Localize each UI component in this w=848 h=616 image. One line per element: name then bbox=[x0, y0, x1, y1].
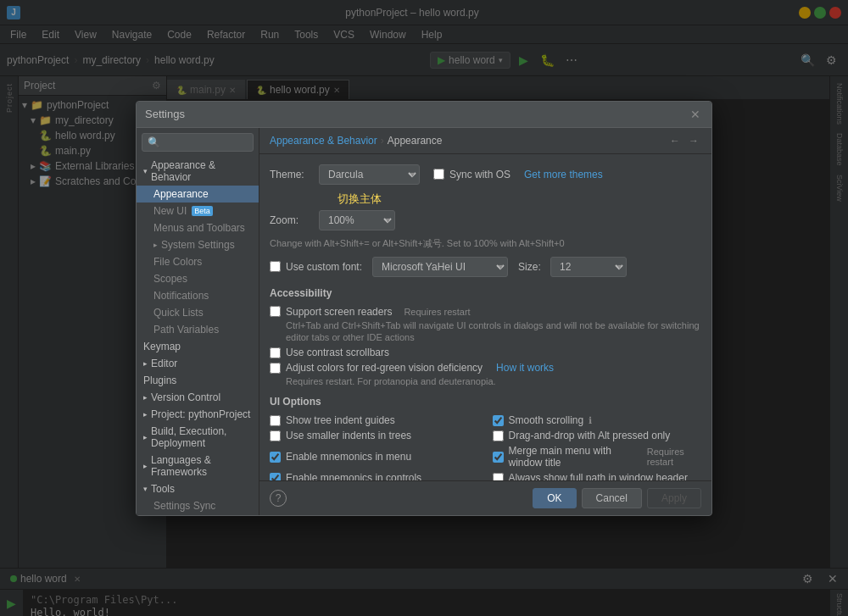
screen-readers-text: Support screen readers bbox=[286, 306, 392, 318]
annotation-tooltip: 切换主体 bbox=[270, 191, 701, 207]
sync-with-os-checkbox[interactable] bbox=[433, 169, 444, 180]
ui-options-section: UI Options Show tree indent guides Smoot… bbox=[270, 396, 701, 480]
screen-reader-desc: Ctrl+Tab and Ctrl+Shift+Tab will navigat… bbox=[286, 319, 701, 344]
category-label: Build, Execution, Deployment bbox=[151, 425, 252, 449]
settings-category-plugins[interactable]: Plugins bbox=[137, 372, 259, 389]
settings-category-settings-sync[interactable]: Settings Sync bbox=[137, 497, 259, 514]
merge-menu-checkbox[interactable] bbox=[493, 452, 504, 463]
settings-category-appearance[interactable]: Appearance bbox=[137, 186, 259, 203]
how-it-works-link[interactable]: How it works bbox=[496, 362, 554, 374]
dialog-body: ▾ Appearance & Behavior Appearance New U… bbox=[137, 128, 711, 515]
smooth-scrolling-checkbox[interactable] bbox=[493, 415, 504, 426]
settings-category-keymap[interactable]: Keymap bbox=[137, 338, 259, 355]
settings-category-advanced[interactable]: Advanced Settings bbox=[137, 514, 259, 515]
settings-category-quick-lists[interactable]: Quick Lists bbox=[137, 304, 259, 321]
contrast-scrollbars-checkbox-label[interactable]: Use contrast scrollbars bbox=[270, 347, 389, 358]
adjust-colors-text: Adjust colors for red-green vision defic… bbox=[286, 362, 483, 374]
category-label: Version Control bbox=[151, 391, 220, 403]
theme-select-wrap: Darcula IntelliJ Light High contrast bbox=[319, 164, 420, 185]
adjust-colors-checkbox-label[interactable]: Adjust colors for red-green vision defic… bbox=[270, 362, 483, 374]
mnemonics-menu-label[interactable]: Enable mnemonics in menu bbox=[270, 445, 479, 469]
mnemonics-controls-checkbox[interactable] bbox=[270, 473, 281, 480]
settings-category-vcs[interactable]: ▸ Version Control bbox=[137, 389, 259, 406]
zoom-row: Zoom: 100% 75% 90% 125% 150% bbox=[270, 210, 701, 230]
merge-menu-note: Requires restart bbox=[647, 447, 701, 467]
zoom-select[interactable]: 100% 75% 90% 125% 150% bbox=[319, 210, 395, 230]
show-tree-indent-checkbox[interactable] bbox=[270, 415, 281, 426]
screen-readers-checkbox-label[interactable]: Support screen readers bbox=[270, 306, 392, 318]
settings-category-new-ui[interactable]: New UI Beta bbox=[137, 203, 259, 219]
settings-category-path-variables[interactable]: Path Variables bbox=[137, 321, 259, 338]
drag-drop-alt-label[interactable]: Drag-and-drop with Alt pressed only bbox=[493, 430, 702, 441]
settings-category-build[interactable]: ▸ Build, Execution, Deployment bbox=[137, 423, 259, 452]
sync-with-os-checkbox-label[interactable]: Sync with OS bbox=[433, 169, 510, 180]
drag-drop-alt-checkbox[interactable] bbox=[493, 430, 504, 441]
full-path-label[interactable]: Always show full path in window header bbox=[493, 472, 702, 480]
full-path-text: Always show full path in window header bbox=[509, 472, 688, 480]
font-select[interactable]: Microsoft YaHei UI bbox=[372, 257, 508, 277]
help-button[interactable]: ? bbox=[270, 490, 287, 507]
theme-row: Theme: Darcula IntelliJ Light High contr… bbox=[270, 164, 701, 185]
contrast-scrollbars-text: Use contrast scrollbars bbox=[286, 347, 389, 358]
expand-arrow-icon: ▸ bbox=[143, 393, 148, 402]
smooth-scrolling-label[interactable]: Smooth scrolling ℹ bbox=[493, 414, 702, 426]
drag-drop-alt-text: Drag-and-drop with Alt pressed only bbox=[509, 430, 671, 441]
mnemonics-controls-label[interactable]: Enable mnemonics in controls bbox=[270, 472, 479, 480]
settings-category-editor[interactable]: ▸ Editor bbox=[137, 355, 259, 372]
dialog-overlay: Settings ✕ ▾ Appearance & Behavior Appea… bbox=[0, 0, 848, 616]
smooth-scrolling-info-icon: ℹ bbox=[589, 415, 592, 426]
adjust-colors-checkbox[interactable] bbox=[270, 363, 281, 374]
mnemonics-menu-checkbox[interactable] bbox=[270, 452, 281, 463]
category-label: Languages & Frameworks bbox=[151, 454, 252, 478]
zoom-label: Zoom: bbox=[270, 214, 312, 226]
contrast-scrollbars-row: Use contrast scrollbars bbox=[270, 347, 701, 358]
annotation-text: 切换主体 bbox=[270, 192, 382, 205]
category-label: Keymap bbox=[143, 341, 181, 352]
footer-left: ? bbox=[270, 490, 287, 507]
settings-category-file-colors[interactable]: File Colors bbox=[137, 253, 259, 270]
settings-search-input[interactable] bbox=[142, 133, 254, 152]
show-tree-indent-label[interactable]: Show tree indent guides bbox=[270, 414, 479, 426]
custom-font-checkbox[interactable] bbox=[270, 261, 281, 272]
mnemonics-menu-text: Enable mnemonics in menu bbox=[286, 451, 411, 463]
settings-category-tools[interactable]: ▾ Tools bbox=[137, 480, 259, 497]
breadcrumb-arrows: ← → bbox=[667, 133, 701, 148]
dialog-titlebar: Settings ✕ bbox=[137, 102, 711, 128]
cancel-button[interactable]: Cancel bbox=[582, 488, 642, 508]
dialog-close-icon[interactable]: ✕ bbox=[688, 107, 703, 122]
adjust-colors-row: Adjust colors for red-green vision defic… bbox=[270, 362, 701, 374]
breadcrumb-nav: Appearance & Behavior › Appearance bbox=[270, 135, 442, 147]
contrast-scrollbars-checkbox[interactable] bbox=[270, 347, 281, 358]
footer-right: OK Cancel Apply bbox=[533, 488, 701, 508]
theme-label: Theme: bbox=[270, 169, 312, 180]
get-more-themes-link[interactable]: Get more themes bbox=[524, 169, 603, 180]
zoom-info: Change with Alt+Shift+= or Alt+Shift+减号.… bbox=[270, 237, 701, 250]
settings-category-project[interactable]: ▸ Project: pythonProject bbox=[137, 406, 259, 423]
settings-left-panel: ▾ Appearance & Behavior Appearance New U… bbox=[137, 128, 259, 515]
breadcrumb-separator: › bbox=[381, 135, 384, 147]
settings-category-menus-toolbars[interactable]: Menus and Toolbars bbox=[137, 219, 259, 236]
merge-menu-text: Merge main menu with window title bbox=[509, 445, 639, 469]
custom-font-checkbox-label[interactable]: Use custom font: bbox=[270, 261, 362, 273]
settings-category-notifications[interactable]: Notifications bbox=[137, 287, 259, 304]
smaller-indents-label[interactable]: Use smaller indents in trees bbox=[270, 430, 479, 441]
settings-category-scopes[interactable]: Scopes bbox=[137, 270, 259, 287]
full-path-checkbox[interactable] bbox=[493, 473, 504, 480]
settings-category-languages[interactable]: ▸ Languages & Frameworks bbox=[137, 452, 259, 480]
sync-with-os-text: Sync with OS bbox=[449, 169, 510, 180]
ok-button[interactable]: OK bbox=[533, 488, 576, 508]
merge-menu-label[interactable]: Merge main menu with window title Requir… bbox=[493, 445, 702, 469]
theme-select[interactable]: Darcula IntelliJ Light High contrast bbox=[319, 164, 420, 185]
apply-button[interactable]: Apply bbox=[647, 488, 701, 508]
breadcrumb-back-btn[interactable]: ← bbox=[667, 133, 683, 148]
settings-category-system-settings[interactable]: ▸ System Settings bbox=[137, 236, 259, 253]
settings-category-appearance-behavior[interactable]: ▾ Appearance & Behavior bbox=[137, 157, 259, 186]
size-label: Size: bbox=[518, 261, 544, 273]
category-label: Appearance bbox=[153, 188, 209, 200]
size-select[interactable]: 12 10 11 13 14 bbox=[550, 257, 627, 277]
category-label: Plugins bbox=[143, 375, 176, 386]
breadcrumb-parent-link[interactable]: Appearance & Behavior bbox=[270, 135, 377, 147]
screen-readers-checkbox[interactable] bbox=[270, 306, 281, 317]
breadcrumb-forward-btn[interactable]: → bbox=[686, 133, 701, 148]
smaller-indents-checkbox[interactable] bbox=[270, 430, 281, 441]
